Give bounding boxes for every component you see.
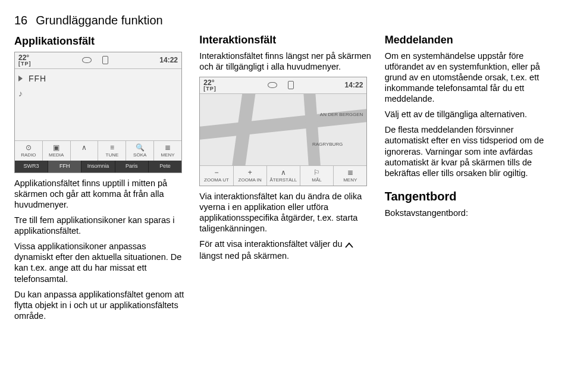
chapter-title: Grundläggande funktion [36,13,163,28]
section-heading-tangentbord: Tangentbord [385,189,557,204]
toolbar-radio: ⊙RADIO [15,141,43,161]
col1-para-4: Du kan anpassa applikationsfältet genom … [14,289,186,321]
toolbar-zoom-in: +ZOOMA IN [234,166,267,186]
preset-1: SWR3 [15,161,48,172]
toolbar-blank: ∧ [71,141,99,161]
preset-2: FFH [48,161,81,172]
status-bar: 22° [TP] 14:22 [15,52,181,67]
toolbar-menu: ≣MENY [154,141,181,161]
clock: 14:22 [159,56,178,65]
column-2: Interaktionsfält Interaktionsfältet finn… [199,13,371,326]
col3-para-1: Om en systemhändelse uppstår före utföra… [385,51,557,105]
map-area: AN DER BERGGEN RAGRYBURG [200,94,366,165]
infotainment-screenshot-radio: 22° [TP] 14:22 FFH ♪ ⊙R [14,52,182,173]
preset-3: Insomnia [81,161,115,172]
status-bar: 22° [TP] 14:22 [200,77,366,92]
col3-para-2: Välj ett av de tillgängliga alternativen… [385,109,557,120]
col2-para-3: För att visa interaktionsfältet väljer d… [199,239,371,261]
chevron-up-icon [345,240,353,250]
phone-icon [288,81,294,89]
station-name: FFH [29,74,46,84]
page-header: 16 Grundläggande funktion [14,13,186,28]
temperature: 22° [203,79,217,86]
preset-5: Pete [149,161,181,172]
col2-para-3b: längst ned på skärmen. [199,251,289,261]
toolbar-media: ▣MEDIA [43,141,71,161]
col2-para-2: Via interaktionsfältet kan du ändra de o… [199,191,371,234]
col2-para-1: Interaktionsfältet finns längst ner på s… [199,51,371,72]
temperature: 22° [18,54,32,61]
toolbar-destination: ⚐MÅL [300,166,334,186]
infotainment-screenshot-map: 22° [TP] 14:22 AN DER BERGGEN RAGRYBURG … [199,77,367,186]
map-label-1: AN DER BERGGEN [320,112,363,118]
toolbar-reset: ∧ÅTERSTÄLL [267,166,300,186]
weather-icon [268,82,277,88]
section-heading-applikationsfalt: Applikationsfält [14,35,186,48]
toolbar-tune: ≡TUNE [98,141,126,161]
play-icon [18,76,23,81]
map-label-2: RAGRYBURG [312,142,343,148]
map-toolbar: −ZOOMA UT +ZOOMA IN ∧ÅTERSTÄLL ⚐MÅL ≣MEN… [200,165,366,186]
clock: 14:22 [345,81,363,90]
preset-4: Paris [115,161,149,172]
page-number: 16 [14,13,27,28]
col3-para-4: Bokstavstangentbord: [385,208,557,218]
column-1: 16 Grundläggande funktion Applikationsfä… [14,13,186,326]
col3-para-3: De flesta meddelanden försvinner automat… [385,124,557,178]
section-heading-interaktionsfalt: Interaktionsfält [199,33,371,47]
toolbar-menu: ≣MENY [334,166,366,186]
col2-para-3a: För att visa interaktionsfältet väljer d… [199,239,344,249]
weather-icon [82,57,92,63]
col1-para-3: Vissa applikationsikoner anpassas dynami… [14,241,186,284]
phone-icon [102,56,108,64]
presets-row: SWR3 FFH Insomnia Paris Pete [15,161,181,172]
col1-para-1: Applikationsfältet finns upptill i mitte… [14,178,186,210]
toolbar-search: 🔍SÖKA [126,141,154,161]
tp-indicator: [TP] [18,61,32,67]
column-3: Meddelanden Om en systemhändelse uppstår… [385,13,557,326]
radio-body: FFH ♪ [15,69,181,141]
section-heading-meddelanden: Meddelanden [385,33,557,47]
tp-indicator: [TP] [203,86,217,92]
col1-para-2: Tre till fem applikationsikoner kan spar… [14,215,186,236]
app-toolbar: ⊙RADIO ▣MEDIA ∧ ≡TUNE 🔍SÖKA ≣MENY [15,140,181,161]
music-note-icon: ♪ [18,89,23,99]
toolbar-zoom-out: −ZOOMA UT [200,166,233,186]
